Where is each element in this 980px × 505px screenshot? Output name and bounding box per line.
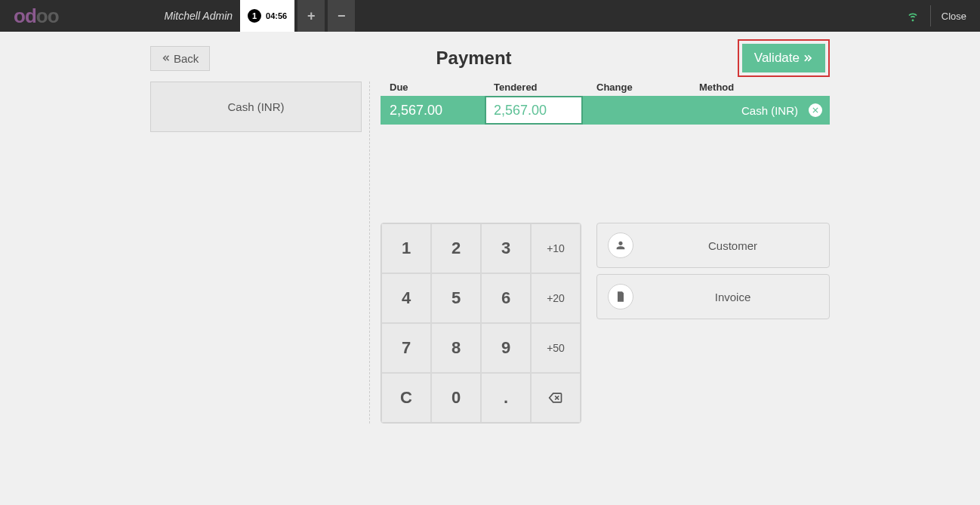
remove-tab-button[interactable]: − — [328, 0, 355, 32]
col-tendered: Tendered — [494, 82, 596, 93]
username[interactable]: Mitchell Admin — [165, 10, 233, 22]
key-0[interactable]: 0 — [431, 373, 481, 423]
validate-label: Validate — [754, 51, 800, 66]
invoice-label: Invoice — [647, 291, 818, 303]
key-3[interactable]: 3 — [481, 223, 531, 273]
summary-header: Due Tendered Change Method — [381, 82, 830, 96]
tendered-input[interactable]: 2,567.00 — [485, 96, 583, 125]
key-plus20[interactable]: +20 — [531, 273, 581, 323]
key-9[interactable]: 9 — [481, 323, 531, 373]
key-2[interactable]: 2 — [431, 223, 481, 273]
add-tab-button[interactable]: + — [297, 0, 325, 32]
key-7[interactable]: 7 — [381, 323, 431, 373]
validate-button[interactable]: Validate — [742, 44, 825, 72]
invoice-button[interactable]: Invoice — [596, 274, 830, 319]
back-label: Back — [174, 52, 199, 65]
key-4[interactable]: 4 — [381, 273, 431, 323]
numpad: 1 2 3 +10 4 5 6 +20 7 8 9 +50 C 0 . — [381, 223, 581, 423]
key-clear[interactable]: C — [381, 373, 431, 423]
validate-highlight: Validate — [738, 39, 830, 77]
payline-method: Cash (INR) — [741, 104, 798, 117]
col-change: Change — [596, 82, 699, 93]
backspace-icon — [548, 390, 563, 405]
payment-line[interactable]: 2,567.00 2,567.00 Cash (INR) — [381, 96, 830, 125]
chevron-right-icon — [803, 53, 813, 63]
payline-due: 2,567.00 — [381, 103, 485, 119]
key-5[interactable]: 5 — [431, 273, 481, 323]
page-title: Payment — [210, 48, 737, 69]
key-plus50[interactable]: +50 — [531, 323, 581, 373]
key-1[interactable]: 1 — [381, 223, 431, 273]
customer-button[interactable]: Customer — [596, 223, 830, 268]
payment-methods-panel: Cash (INR) — [150, 82, 369, 423]
remove-payline-button[interactable] — [809, 103, 822, 117]
back-button[interactable]: Back — [150, 46, 210, 71]
key-8[interactable]: 8 — [431, 323, 481, 373]
close-icon — [812, 106, 819, 114]
order-tab[interactable]: 1 04:56 — [240, 0, 294, 32]
key-plus10[interactable]: +10 — [531, 223, 581, 273]
col-due: Due — [390, 82, 494, 93]
key-dot[interactable]: . — [481, 373, 531, 423]
wifi-icon — [906, 9, 920, 23]
topbar: odoo Mitchell Admin 1 04:56 + − Close — [0, 0, 980, 32]
chevron-left-icon — [162, 54, 171, 63]
customer-label: Customer — [647, 239, 818, 252]
customer-icon — [608, 232, 633, 258]
key-backspace[interactable] — [531, 373, 581, 423]
close-button[interactable]: Close — [941, 11, 966, 22]
col-method: Method — [699, 82, 824, 93]
tab-time: 04:56 — [266, 11, 287, 20]
odoo-logo: odoo — [14, 5, 59, 28]
tab-badge: 1 — [248, 9, 261, 23]
key-6[interactable]: 6 — [481, 273, 531, 323]
invoice-icon — [608, 284, 633, 309]
payment-method-cash[interactable]: Cash (INR) — [150, 82, 362, 132]
